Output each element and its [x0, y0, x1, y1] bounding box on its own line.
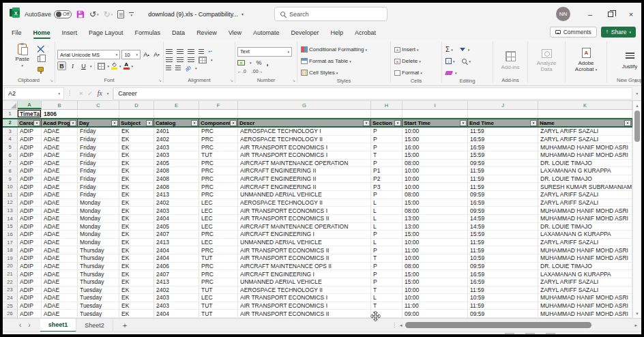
cell-g15[interactable]: AIRCRAFT MAINTENANCE OPERATION: [238, 223, 371, 231]
cell-b16[interactable]: ADAE: [42, 231, 78, 239]
tab-automate[interactable]: Automate: [253, 25, 280, 40]
tab-page-layout[interactable]: Page Layout: [89, 25, 123, 40]
sheet-nav-left-icon[interactable]: ‹: [19, 321, 21, 329]
comments-button[interactable]: Comments: [550, 27, 597, 38]
cell-i4[interactable]: 15:00: [402, 136, 468, 144]
row-number-2[interactable]: 2: [3, 119, 18, 126]
cell-c14[interactable]: Monday: [78, 215, 119, 223]
row-number-20[interactable]: 20: [3, 263, 18, 271]
cell-b19[interactable]: ADAE: [42, 254, 78, 263]
cell-c8[interactable]: Friday: [78, 167, 119, 175]
fx-chevron-down-icon[interactable]: ▾: [107, 91, 109, 96]
cell-h21[interactable]: P: [371, 270, 402, 278]
cell-e19[interactable]: 2404: [154, 254, 199, 263]
cell-a9[interactable]: ADIP: [18, 175, 42, 184]
cell-e14[interactable]: 2404: [154, 215, 199, 223]
undo-button[interactable]: ↺▾: [89, 10, 99, 19]
percent-style-button[interactable]: %: [257, 59, 262, 66]
scroll-up-icon[interactable]: ▲: [633, 101, 641, 110]
row-number-13[interactable]: 13: [3, 207, 18, 215]
cell-f19[interactable]: TUT: [199, 254, 238, 263]
cell-b9[interactable]: ADAE: [42, 175, 78, 184]
cell-i7[interactable]: 08:00: [402, 160, 468, 168]
cell-g10[interactable]: AIRCRAFT ENGINEERING II: [238, 183, 371, 191]
cell-g25[interactable]: AIR TRANSPORT ECONOMICS I: [238, 302, 371, 310]
cell-j20[interactable]: 09:59: [468, 263, 538, 271]
increase-decimal-button[interactable]: ←.0: [237, 69, 246, 74]
cell-e25[interactable]: 2403: [154, 302, 199, 310]
print-preview-button[interactable]: [117, 10, 124, 18]
cell-g7[interactable]: AIRCRAFT MAINTENANCE OPERATION: [238, 160, 371, 168]
cell-f12[interactable]: LEC: [199, 199, 238, 207]
italic-button[interactable]: I: [68, 61, 77, 70]
cell-a10[interactable]: ADIP: [18, 183, 42, 191]
cell-f21[interactable]: PRC: [199, 270, 238, 278]
row-number-12[interactable]: 12: [3, 199, 18, 207]
clear-button[interactable]: ▾: [444, 68, 458, 77]
cell-k23[interactable]: ZARYL ARIFF SAZALI: [538, 287, 632, 295]
cell-c3[interactable]: Friday: [78, 128, 119, 136]
cell-h13[interactable]: L: [371, 207, 402, 215]
cell-c26[interactable]: Tuesday: [78, 310, 119, 318]
cell-k4[interactable]: ZARYL ARIFF SAZALI: [538, 136, 632, 144]
search-input[interactable]: Search: [274, 7, 387, 21]
cell-b11[interactable]: ADAE: [42, 191, 78, 199]
cell-e11[interactable]: 2413: [154, 191, 199, 199]
page-break-view-icon[interactable]: [546, 333, 555, 334]
cell-e16[interactable]: 2407: [154, 231, 199, 239]
cell-h14[interactable]: L: [371, 215, 402, 223]
cell-c13[interactable]: Monday: [78, 207, 119, 215]
cell-f5[interactable]: PRC: [199, 143, 238, 151]
bold-button[interactable]: B: [57, 61, 66, 70]
cell-f8[interactable]: PRC: [199, 167, 238, 175]
cell-d26[interactable]: EK: [119, 310, 154, 318]
cell-k14[interactable]: MUHAMMAD HANIF MOHD ASRI: [538, 215, 632, 223]
cell-f22[interactable]: PRC: [199, 278, 238, 287]
cell-f13[interactable]: LEC: [199, 207, 238, 215]
cell-k24[interactable]: MUHAMMAD HANIF MOHD ASRI: [538, 294, 632, 302]
find-select-icon[interactable]: [462, 59, 467, 63]
cell-i22[interactable]: 15:00: [402, 278, 468, 287]
row-number-5[interactable]: 5: [3, 143, 18, 151]
cell-g11[interactable]: UNMANNED AERIAL VEHICLE: [238, 191, 371, 199]
cell-i19[interactable]: 10:00: [402, 254, 468, 263]
cell-c20[interactable]: Thursday: [78, 263, 119, 271]
cell-c16[interactable]: Monday: [78, 231, 119, 239]
scroll-left-icon[interactable]: ◂: [400, 323, 402, 328]
cell-f24[interactable]: LEC: [199, 294, 238, 302]
header-cell-career[interactable]: Career▾: [18, 119, 42, 126]
cell-d4[interactable]: EK: [119, 136, 154, 144]
cell-k19[interactable]: MUHAMMAD HANIF MOHD ASRI: [538, 254, 632, 263]
formula-bar-drag-handle[interactable]: ⋮: [64, 90, 75, 96]
cell-d25[interactable]: EK: [119, 302, 154, 310]
cell-k7[interactable]: DR. LOUIE TIMAJO: [538, 160, 632, 168]
column-header-k[interactable]: K: [538, 101, 632, 109]
cell-a11[interactable]: ADIP: [18, 191, 42, 199]
scroll-down-icon[interactable]: ▼: [633, 309, 641, 318]
filter-button-name[interactable]: ▾: [624, 120, 631, 126]
number-format-select[interactable]: Text▾: [237, 47, 292, 57]
cell-i21[interactable]: 15:00: [402, 270, 468, 278]
font-dialog-launcher-icon[interactable]: ↘: [158, 78, 162, 83]
cell-a18[interactable]: ADIP: [18, 246, 42, 254]
formula-input[interactable]: Career: [113, 87, 632, 100]
cell-e9[interactable]: 2408: [154, 175, 199, 184]
cell-j16[interactable]: 15:59: [468, 231, 538, 239]
cell-e4[interactable]: 2402: [154, 136, 199, 144]
cell-g18[interactable]: AIR TRANSPORT ECONOMICS II: [238, 246, 371, 254]
cell-a15[interactable]: ADIP: [18, 223, 42, 231]
row-number-9[interactable]: 9: [3, 175, 18, 184]
cell-k3[interactable]: ZARYL ARIFF SAZALI: [538, 128, 632, 136]
cell-i24[interactable]: 10:00: [402, 294, 468, 302]
customize-quick-access-toolbar-icon[interactable]: ▾: [129, 12, 134, 16]
number-dialog-launcher-icon[interactable]: ↘: [292, 78, 295, 83]
cell-h8[interactable]: P1: [371, 167, 402, 175]
column-header-d[interactable]: D: [119, 101, 154, 109]
cell-b20[interactable]: ADAE: [42, 263, 78, 271]
normal-view-icon[interactable]: [505, 333, 514, 334]
page-layout-view-icon[interactable]: [525, 333, 535, 334]
cell-a26[interactable]: ADIP: [18, 310, 42, 318]
autosave-control[interactable]: AutoSave Off: [25, 10, 72, 18]
cell-j8[interactable]: 11:59: [468, 167, 538, 175]
cell-f7[interactable]: PRC: [199, 160, 238, 168]
